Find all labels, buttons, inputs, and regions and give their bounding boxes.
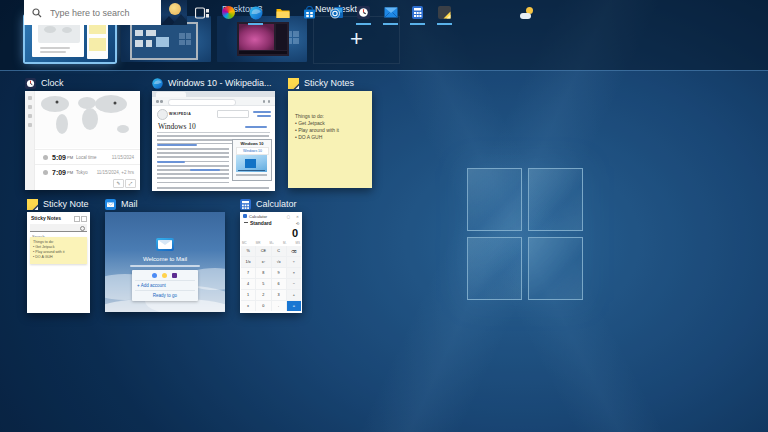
wikipedia-globe-logo bbox=[157, 109, 168, 120]
account-provider-icon bbox=[162, 273, 167, 278]
expand-icon: ⤢ bbox=[125, 179, 136, 188]
wikipedia-wordmark: WIKIPEDIA bbox=[169, 112, 191, 116]
file-explorer-icon bbox=[276, 7, 290, 19]
window-title: Sticky Note bbox=[43, 199, 89, 209]
sticky-notes-icon bbox=[288, 78, 299, 89]
copilot-icon bbox=[222, 6, 235, 19]
mail-window-preview: Welcome to Mail + Add account Ready to g… bbox=[105, 212, 225, 312]
task-view-screen: Desktop 1 Desktop 2 Desktop 3 New deskto… bbox=[0, 0, 768, 432]
infobox-screenshot bbox=[236, 155, 267, 172]
note-list-item: Things to do: • Get Jetpack • Play aroun… bbox=[30, 237, 87, 264]
mail-subtext bbox=[130, 265, 200, 267]
taskbar-clock[interactable] bbox=[350, 0, 377, 25]
clock-window-preview: 5:09 PM Local time 11/15/2024 7:09 PM To… bbox=[25, 91, 140, 190]
edge-icon bbox=[152, 78, 163, 89]
sticky-list-header: Sticky Notes bbox=[31, 215, 61, 221]
calculator-titlebar: Calculator bbox=[249, 214, 267, 219]
taskbar-icons bbox=[188, 0, 458, 25]
add-account-link: + Add account bbox=[137, 283, 166, 288]
taskbar-copilot[interactable] bbox=[215, 0, 242, 25]
outlook-icon bbox=[330, 6, 344, 19]
search-input[interactable] bbox=[48, 7, 157, 19]
calculator-icon bbox=[412, 6, 423, 19]
calculator-window-preview: Calculator ▢ ✕ Standard ⟲ 0 MCMR M+M- MS… bbox=[240, 212, 302, 313]
history-icon: ⟲ bbox=[296, 221, 299, 226]
infobox-title: Windows 10 bbox=[233, 141, 271, 146]
calculator-keypad: %CEC⌫ 1/xx²√x÷ 789× 456− 123+ ±0.= bbox=[241, 246, 301, 311]
taskbar-search[interactable] bbox=[24, 0, 187, 25]
magnifier-icon bbox=[80, 226, 85, 231]
search-highlight-image bbox=[161, 0, 187, 25]
task-view-icon bbox=[195, 7, 209, 19]
clock-icon bbox=[357, 6, 370, 19]
weather-icon bbox=[520, 7, 534, 19]
clock-app-icon bbox=[25, 78, 36, 89]
taskbar-outlook[interactable] bbox=[323, 0, 350, 25]
microsoft-store-icon bbox=[303, 6, 316, 19]
sticky-notes-icon bbox=[27, 199, 38, 210]
window-title: Clock bbox=[41, 78, 64, 88]
taskbar-store[interactable] bbox=[296, 0, 323, 25]
window-card-sticky-notes[interactable]: Sticky Notes Things to do: • Get Jetpack… bbox=[288, 76, 372, 188]
window-card-calculator[interactable]: Calculator Calculator ▢ ✕ Standard ⟲ 0 M… bbox=[240, 197, 302, 313]
clock-entry-local: 5:09 PM Local time 11/15/2024 bbox=[35, 149, 140, 164]
menu-icon bbox=[244, 222, 248, 225]
sticky-notes-icon bbox=[438, 6, 451, 19]
calculator-mode: Standard bbox=[250, 220, 272, 226]
window-title: Calculator bbox=[256, 199, 297, 209]
infobox: Windows 10 Windows 10 bbox=[232, 139, 272, 181]
account-provider-icon bbox=[172, 273, 177, 278]
calculator-icon bbox=[240, 199, 251, 210]
window-title: Mail bbox=[121, 199, 138, 209]
taskbar-mail[interactable] bbox=[377, 0, 404, 25]
calculator-display: 0 bbox=[240, 227, 298, 239]
account-provider-icon bbox=[152, 273, 157, 278]
mail-logo bbox=[156, 238, 174, 251]
taskbar-edge[interactable] bbox=[242, 0, 269, 25]
window-title: Sticky Notes bbox=[304, 78, 354, 88]
memory-row: MCMR M+M- MS bbox=[242, 241, 300, 245]
sticky-note-preview: Things to do: • Get Jetpack • Play aroun… bbox=[288, 91, 372, 188]
sticky-search-box bbox=[30, 224, 87, 232]
taskbar-sticky-notes[interactable] bbox=[431, 0, 458, 25]
window-card-clock[interactable]: Clock 5:09 bbox=[25, 76, 140, 190]
clock-entry-city: 7:09 PM Tokyo 11/15/2024, +2 hrs bbox=[35, 164, 140, 179]
window-card-mail[interactable]: Mail Welcome to Mail + Add account Ready… bbox=[105, 197, 225, 313]
edge-icon bbox=[249, 6, 263, 20]
search-icon bbox=[32, 8, 42, 18]
infobox-logo: Windows 10 bbox=[236, 147, 269, 155]
mail-icon bbox=[105, 199, 116, 210]
wikipedia-window-preview: WIKIPEDIA Windows 10 Windows 10 Windows … bbox=[152, 91, 275, 191]
taskbar-file-explorer[interactable] bbox=[269, 0, 296, 25]
mail-welcome-text: Welcome to Mail bbox=[105, 256, 225, 262]
window-title: Windows 10 - Wikipedia... bbox=[168, 78, 272, 88]
taskbar-calculator[interactable] bbox=[404, 0, 431, 25]
article-heading: Windows 10 bbox=[158, 122, 196, 131]
ready-to-go-link: Ready to go bbox=[132, 293, 198, 298]
window-card-wikipedia[interactable]: Windows 10 - Wikipedia... WIKIPEDIA Wind… bbox=[152, 76, 275, 191]
sticky-list-preview: Sticky Notes Things to do: • Get Jetpack… bbox=[27, 212, 90, 313]
world-map bbox=[35, 91, 140, 148]
mail-account-panel: + Add account Ready to go bbox=[132, 270, 198, 301]
task-view-button[interactable] bbox=[188, 0, 215, 25]
mail-icon bbox=[384, 7, 398, 18]
edit-icon: ✎ bbox=[113, 179, 124, 188]
window-card-sticky-note-list[interactable]: Sticky Note Sticky Notes Things to do: •… bbox=[27, 197, 90, 313]
